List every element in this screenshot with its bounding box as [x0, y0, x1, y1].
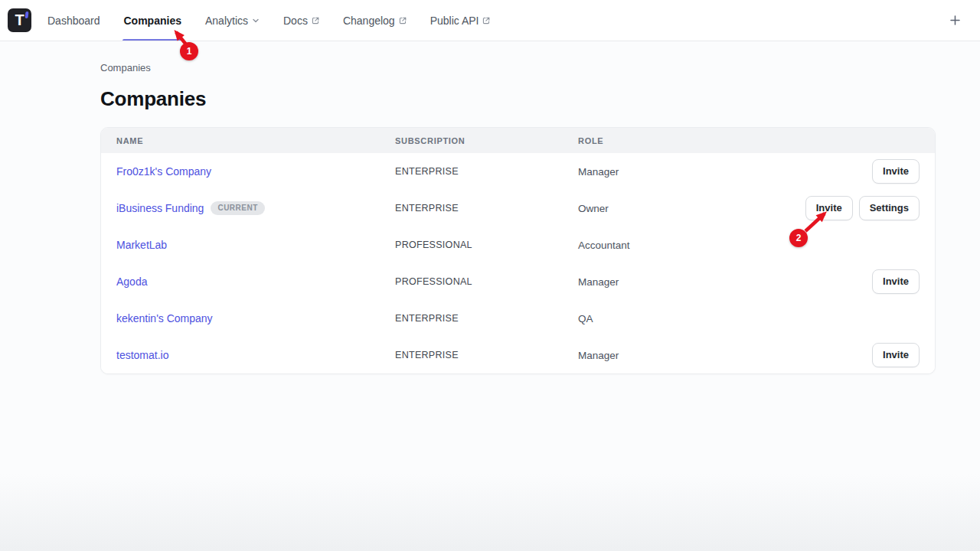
- row-actions: Invite: [872, 343, 920, 367]
- subscription-cell: ENTERPRISE: [395, 166, 578, 177]
- company-link[interactable]: Fro0z1k's Company: [116, 165, 211, 178]
- nav-item-analytics[interactable]: Analytics: [205, 0, 260, 41]
- subscription-cell: ENTERPRISE: [395, 203, 578, 214]
- company-link[interactable]: testomat.io: [116, 349, 168, 361]
- company-link[interactable]: Agoda: [116, 276, 147, 288]
- external-link-icon: [399, 17, 407, 24]
- invite-button[interactable]: Invite: [805, 196, 853, 220]
- nav-item-label: Docs: [283, 15, 308, 27]
- role-cell: Owner: [578, 203, 805, 214]
- table-header-row: Name Subscription Role: [101, 128, 935, 153]
- column-header-role: Role: [578, 136, 920, 145]
- row-actions: Invite Settings: [805, 196, 920, 220]
- subscription-cell: PROFESSIONAL: [395, 240, 578, 250]
- nav-item-label: Companies: [124, 15, 181, 27]
- nav-item-label: Analytics: [205, 15, 248, 27]
- active-tab-underline: [122, 39, 185, 41]
- external-link-icon: [312, 17, 319, 24]
- nav-item-public-api[interactable]: Public API: [430, 0, 491, 41]
- logo-letter: T: [15, 12, 24, 28]
- nav-item-label: Public API: [430, 15, 479, 27]
- company-name-cell: Fro0z1k's Company: [116, 165, 395, 178]
- column-header-subscription: Subscription: [395, 136, 578, 145]
- table-row: kekentin's Company ENTERPRISE QA: [101, 300, 935, 337]
- table-row: iBusiness Funding CURRENT ENTERPRISE Own…: [101, 190, 935, 227]
- logo-apostrophe: [24, 11, 28, 18]
- companies-table: Name Subscription Role Fro0z1k's Company…: [100, 127, 936, 374]
- role-cell: Manager: [578, 276, 872, 288]
- breadcrumb[interactable]: Companies: [100, 62, 936, 73]
- nav-item-dashboard[interactable]: Dashboard: [47, 0, 100, 41]
- role-cell: QA: [578, 313, 920, 324]
- chevron-down-icon: [252, 17, 260, 24]
- subscription-cell: PROFESSIONAL: [395, 276, 578, 287]
- nav-item-companies[interactable]: Companies: [124, 0, 181, 41]
- company-link[interactable]: iBusiness Funding: [116, 202, 204, 214]
- row-actions: Invite: [872, 159, 920, 184]
- nav-item-label: Changelog: [343, 15, 395, 27]
- external-link-icon: [482, 17, 490, 24]
- company-name-cell: kekentin's Company: [116, 312, 395, 324]
- company-name-cell: testomat.io: [116, 349, 395, 361]
- top-navbar: T Dashboard Companies Analytics Docs Cha…: [0, 0, 980, 41]
- company-link[interactable]: kekentin's Company: [116, 312, 213, 324]
- table-row: testomat.io ENTERPRISE Manager Invite: [101, 337, 935, 373]
- subscription-cell: ENTERPRISE: [395, 350, 578, 360]
- company-name-cell: Agoda: [116, 276, 395, 288]
- invite-button[interactable]: Invite: [872, 269, 920, 294]
- table-row: Agoda PROFESSIONAL Manager Invite: [101, 263, 935, 300]
- plus-icon[interactable]: [945, 11, 965, 31]
- table-row: MarketLab PROFESSIONAL Accountant: [101, 227, 935, 263]
- app-logo[interactable]: T: [8, 8, 31, 32]
- company-link[interactable]: MarketLab: [116, 239, 167, 251]
- page-title: Companies: [100, 87, 936, 111]
- invite-button[interactable]: Invite: [872, 343, 920, 367]
- table-row: Fro0z1k's Company ENTERPRISE Manager Inv…: [101, 153, 935, 190]
- nav-item-docs[interactable]: Docs: [283, 0, 319, 41]
- subscription-cell: ENTERPRISE: [395, 313, 578, 324]
- nav-item-changelog[interactable]: Changelog: [343, 0, 407, 41]
- main-nav: Dashboard Companies Analytics Docs Chang…: [47, 0, 490, 41]
- nav-item-label: Dashboard: [47, 15, 100, 27]
- company-name-cell: iBusiness Funding CURRENT: [116, 201, 395, 215]
- role-cell: Manager: [578, 166, 872, 178]
- role-cell: Manager: [578, 350, 872, 361]
- column-header-name: Name: [116, 136, 395, 145]
- row-actions: Invite: [872, 269, 920, 294]
- current-badge: CURRENT: [211, 201, 264, 215]
- company-name-cell: MarketLab: [116, 239, 395, 251]
- settings-button[interactable]: Settings: [859, 196, 920, 220]
- invite-button[interactable]: Invite: [872, 159, 920, 184]
- main-content: Companies Companies Name Subscription Ro…: [0, 41, 980, 374]
- role-cell: Accountant: [578, 240, 920, 251]
